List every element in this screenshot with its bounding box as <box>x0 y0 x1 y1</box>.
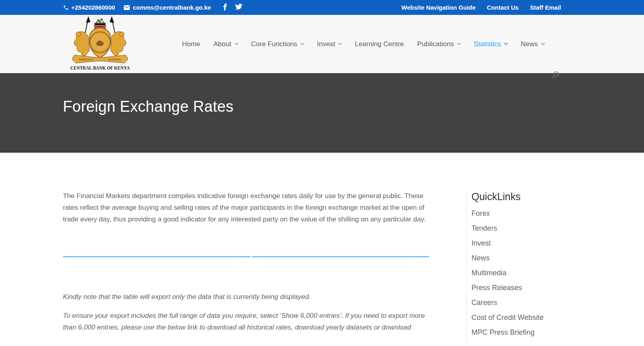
email-link[interactable]: comms@centralbank.go.ke <box>124 4 211 11</box>
main-content: The Financial Markets department compile… <box>63 153 581 344</box>
topbar-link-staff-email[interactable]: Staff Email <box>530 4 561 11</box>
chevron-down-icon <box>541 41 545 45</box>
export-note: Kindly note that the table will export o… <box>63 291 429 303</box>
nav-statistics[interactable]: Statistics <box>474 40 507 48</box>
quicklinks-sidebar: QuickLinks Forex Tenders Invest News Mul… <box>466 190 581 344</box>
cbk-logo[interactable]: BANKI KUU YA KENYA CENTRAL BANK OF KENYA <box>70 16 131 73</box>
phone-icon <box>63 5 69 10</box>
topbar-link-contact-us[interactable]: Contact Us <box>487 4 519 11</box>
quicklinks-title: QuickLinks <box>472 191 581 203</box>
twitter-icon[interactable] <box>235 4 243 11</box>
quicklink-press-releases[interactable]: Press Releases <box>472 284 581 292</box>
nav-publications[interactable]: Publications <box>417 40 460 48</box>
topbar-link-navigation-guide[interactable]: Website Navigation Guide <box>401 4 476 11</box>
blue-divider <box>63 256 429 257</box>
chevron-down-icon <box>504 41 508 45</box>
export-instructions: To ensure your export includes the full … <box>63 310 429 333</box>
phone-link[interactable]: +254202860000 <box>63 4 115 11</box>
nav-core-functions[interactable]: Core Functions <box>251 40 304 48</box>
nav-invest[interactable]: Invest <box>317 40 341 48</box>
logo-caption: CENTRAL BANK OF KENYA <box>70 65 130 71</box>
quicklink-mpc-press-briefing[interactable]: MPC Press Briefing <box>472 329 581 336</box>
envelope-icon <box>124 5 130 10</box>
logo-ribbon-right-text: YA KENYA <box>108 58 121 61</box>
quicklink-multimedia[interactable]: Multimedia <box>472 269 581 277</box>
article-column: The Financial Markets department compile… <box>63 190 429 344</box>
quicklink-careers[interactable]: Careers <box>472 299 581 307</box>
search-icon[interactable] <box>551 71 560 80</box>
nav-home[interactable]: Home <box>182 40 200 48</box>
quicklink-forex[interactable]: Forex <box>472 210 581 217</box>
quicklink-invest[interactable]: Invest <box>472 240 581 247</box>
chevron-down-icon <box>457 41 461 45</box>
logo-ribbon-left-text: BANKI KUU <box>79 58 94 61</box>
top-bar: +254202860000 comms@centralbank.go.ke We… <box>0 0 644 15</box>
page-title: Foreign Exchange Rates <box>63 98 581 115</box>
quicklink-tenders[interactable]: Tenders <box>472 225 581 232</box>
nav-about[interactable]: About <box>213 40 237 48</box>
quicklink-cost-of-credit[interactable]: Cost of Credit Website <box>472 314 581 321</box>
chevron-down-icon <box>338 41 342 45</box>
quicklink-news[interactable]: News <box>472 254 581 262</box>
email-address: comms@centralbank.go.ke <box>133 4 211 11</box>
facebook-icon[interactable] <box>223 4 227 12</box>
site-header: BANKI KUU YA KENYA CENTRAL BANK OF KENYA… <box>0 15 644 73</box>
chevron-down-icon <box>234 41 238 45</box>
nav-news[interactable]: News <box>521 40 544 48</box>
chevron-down-icon <box>301 41 305 45</box>
intro-paragraph: The Financial Markets department compile… <box>63 190 429 225</box>
nav-learning-centre[interactable]: Learning Centre <box>355 40 404 48</box>
page-hero: Foreign Exchange Rates <box>0 73 644 153</box>
main-nav: Home About Core Functions Invest Learnin… <box>182 40 544 48</box>
phone-number: +254202860000 <box>72 4 115 11</box>
